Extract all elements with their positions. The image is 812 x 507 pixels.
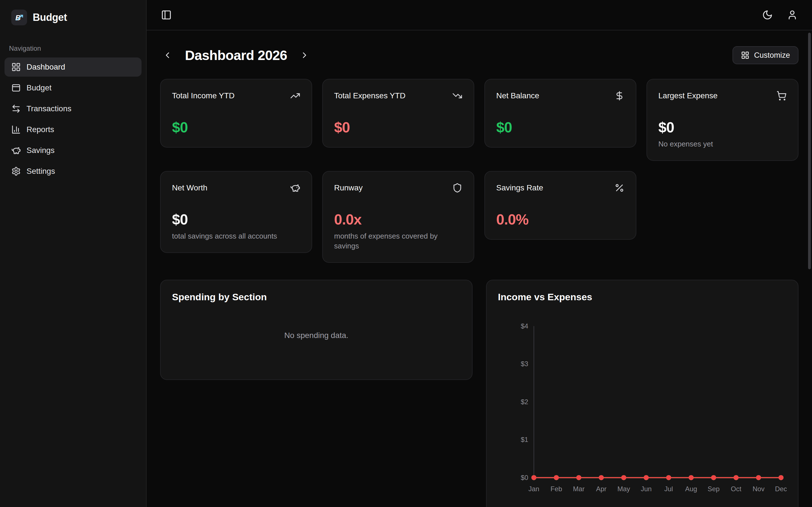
app-logo-icon: B — [11, 10, 27, 25]
sidebar-item-label: Reports — [27, 125, 54, 134]
stat-value: 0.0x — [334, 211, 462, 228]
svg-text:Feb: Feb — [551, 485, 562, 493]
sidebar-item-label: Dashboard — [27, 62, 65, 71]
sidebar-header: B Budget — [0, 0, 146, 30]
chevron-right-icon — [300, 50, 309, 60]
page-header: Dashboard 2026 Customize — [160, 46, 799, 64]
trending-down-icon — [452, 91, 462, 101]
spending-card-title: Spending by Section — [172, 291, 461, 302]
svg-text:Mar: Mar — [573, 485, 585, 493]
sidebar-item-settings[interactable]: Settings — [4, 162, 142, 181]
sidebar-item-dashboard[interactable]: Dashboard — [4, 57, 142, 76]
stat-card-header: Savings Rate — [496, 183, 624, 193]
stat-card-net-balance: Net Balance$0 — [485, 79, 637, 148]
stat-card-largest-expense: Largest Expense$0No expenses yet — [647, 79, 799, 161]
svg-text:Oct: Oct — [731, 485, 742, 493]
stat-card-header: Largest Expense — [658, 91, 786, 101]
svg-text:May: May — [617, 485, 630, 493]
dollar-icon — [614, 91, 624, 101]
stat-card-header: Runway — [334, 183, 462, 193]
app-title: Budget — [33, 11, 67, 23]
shield-icon — [452, 183, 462, 193]
stat-label: Net Worth — [172, 183, 207, 192]
stat-value: $0 — [172, 211, 300, 228]
previous-year-button[interactable] — [160, 48, 175, 62]
sidebar-item-savings[interactable]: Savings — [4, 141, 142, 160]
next-year-button[interactable] — [297, 48, 312, 62]
chevron-left-icon — [163, 50, 172, 60]
dashboard-content: Dashboard 2026 Customize Total Income YT… — [147, 31, 812, 507]
income-vs-expenses-card: Income vs Expenses $4$3$2$1$0JanFebMarAp… — [486, 280, 799, 507]
stat-card-savings-rate: Savings Rate0.0% — [485, 171, 637, 240]
user-menu-button[interactable] — [784, 6, 801, 23]
stat-card-header: Net Balance — [496, 91, 624, 101]
stat-label: Runway — [334, 183, 363, 192]
income-expenses-chart: $4$3$2$1$0JanFebMarAprMayJunJulAugSepOct… — [498, 313, 786, 498]
dashboard-grid-icon — [11, 62, 21, 72]
sidebar-item-label: Settings — [27, 167, 55, 176]
charts-row: Spending by Section No spending data. In… — [160, 280, 799, 507]
stat-value: $0 — [334, 119, 462, 136]
stat-label: Total Expenses YTD — [334, 91, 405, 100]
svg-text:$0: $0 — [521, 474, 528, 482]
ledger-icon — [11, 83, 21, 93]
sidebar-item-label: Transactions — [27, 104, 71, 113]
moon-icon — [762, 10, 773, 20]
sidebar-item-label: Budget — [27, 83, 52, 93]
piggy-bank-icon — [290, 183, 300, 193]
svg-text:$3: $3 — [521, 360, 528, 368]
transfer-arrows-icon — [11, 104, 21, 114]
spending-by-section-card: Spending by Section No spending data. — [160, 280, 472, 380]
customize-button[interactable]: Customize — [732, 46, 799, 64]
main-column: Dashboard 2026 Customize Total Income YT… — [147, 0, 812, 507]
topbar-actions — [759, 6, 801, 23]
svg-text:Jul: Jul — [664, 485, 673, 493]
svg-text:$2: $2 — [521, 398, 528, 406]
stat-label: Savings Rate — [496, 183, 543, 192]
stat-value: $0 — [172, 119, 300, 136]
stat-subtitle: months of expenses covered by savings — [334, 231, 462, 251]
stat-card-net-worth: Net Worth$0total savings across all acco… — [160, 171, 312, 253]
scrollbar-thumb[interactable] — [808, 33, 811, 269]
sidebar-nav: DashboardBudgetTransactionsReportsSaving… — [0, 57, 146, 182]
user-icon — [787, 10, 798, 20]
layout-grid-icon — [741, 51, 749, 59]
stat-card-header: Net Worth — [172, 183, 300, 193]
percent-icon — [614, 183, 624, 193]
app-root: B Budget Navigation DashboardBudgetTrans… — [0, 0, 812, 507]
stat-value: $0 — [658, 119, 786, 136]
stat-value: $0 — [496, 119, 624, 136]
svg-text:Nov: Nov — [753, 485, 765, 493]
piggy-bank-icon — [11, 146, 21, 155]
shopping-cart-icon — [776, 91, 786, 101]
nav-section-label: Navigation — [9, 45, 137, 52]
stat-card-header: Total Expenses YTD — [334, 91, 462, 101]
chart-card-title: Income vs Expenses — [498, 291, 786, 302]
sidebar-item-label: Savings — [27, 146, 55, 155]
theme-toggle-button[interactable] — [759, 6, 776, 23]
svg-text:$4: $4 — [521, 322, 528, 330]
svg-text:$1: $1 — [521, 436, 528, 443]
stat-card-runway: Runway0.0xmonths of expenses covered by … — [322, 171, 474, 263]
stat-card-total-income-ytd: Total Income YTD$0 — [160, 79, 312, 148]
trending-up-icon — [290, 91, 300, 101]
sidebar-item-transactions[interactable]: Transactions — [4, 99, 142, 118]
sidebar-item-budget[interactable]: Budget — [4, 78, 142, 98]
gear-icon — [11, 166, 21, 176]
svg-text:Dec: Dec — [775, 485, 786, 493]
svg-text:Sep: Sep — [708, 485, 720, 493]
svg-text:Jun: Jun — [641, 485, 652, 493]
stat-subtitle: No expenses yet — [658, 139, 786, 149]
sidebar-toggle-button[interactable] — [158, 6, 175, 23]
sidebar: B Budget Navigation DashboardBudgetTrans… — [0, 0, 147, 507]
stat-label: Largest Expense — [658, 91, 718, 100]
stat-label: Total Income YTD — [172, 91, 235, 100]
stat-label: Net Balance — [496, 91, 539, 100]
svg-text:Jan: Jan — [528, 485, 539, 493]
stat-subtitle: total savings across all accounts — [172, 231, 300, 241]
svg-text:Apr: Apr — [596, 485, 606, 493]
stat-card-header: Total Income YTD — [172, 91, 300, 101]
sidebar-item-reports[interactable]: Reports — [4, 120, 142, 139]
spending-empty-message: No spending data. — [172, 302, 461, 368]
svg-text:Aug: Aug — [685, 485, 697, 493]
